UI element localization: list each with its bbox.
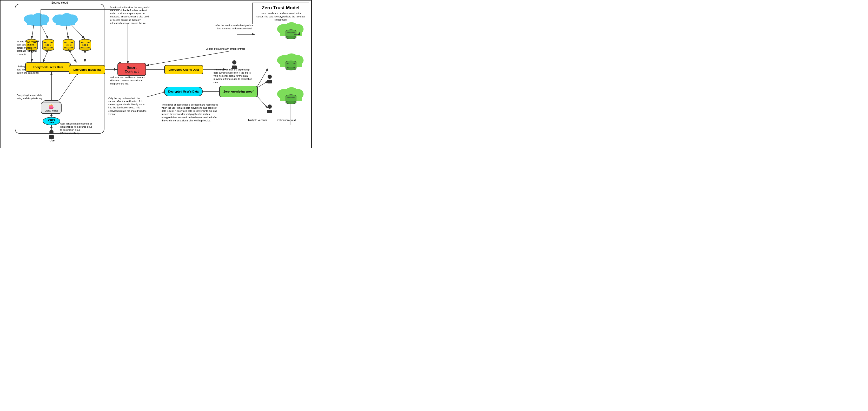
decrypted-users-data: Decrypted User's Data: [164, 87, 203, 96]
annotation-shards: The shards of user's data is accessed an…: [162, 103, 219, 122]
annotation-user-initiate: User initiate data movement or data shar…: [60, 122, 94, 135]
svg-point-51: [280, 92, 302, 102]
user-label: User: [47, 139, 58, 142]
svg-point-53: [286, 95, 296, 98]
svg-rect-54: [286, 96, 296, 102]
svg-point-90: [268, 105, 272, 109]
svg-rect-43: [280, 62, 302, 67]
person-vendor-mid: [267, 75, 272, 84]
svg-rect-34: [280, 31, 302, 36]
svg-rect-91: [267, 110, 272, 113]
source-cloud-label: Source cloud: [50, 1, 69, 4]
svg-rect-52: [280, 96, 302, 101]
encrypted-users-data-right: Encrypted User's Data: [164, 65, 203, 75]
dest-cloud-mid-bot: [277, 87, 304, 104]
annotation-after-vendor-signal: After the vendor sends the signal the da…: [214, 24, 255, 30]
svg-rect-45: [286, 62, 296, 69]
users-data: User's Data: [42, 117, 60, 125]
svg-line-84: [147, 91, 167, 97]
smart-contract: Smart Contract: [118, 63, 146, 76]
annotation-verifier-interacting: Verifier interacting with smart contract: [206, 47, 245, 51]
destination-cloud-label: Destination cloud: [276, 119, 296, 122]
zero-trust-desc: User's raw data is nowhere stored in the…: [256, 12, 305, 22]
person-vendor-bot: [267, 105, 272, 113]
svg-point-88: [268, 75, 272, 79]
svg-point-32: [291, 24, 304, 34]
svg-rect-36: [286, 31, 296, 37]
svg-point-38: [286, 30, 296, 33]
encrypted-metadata: Encrypted metadata: [69, 65, 105, 75]
dest-cloud-top: [277, 22, 304, 39]
svg-point-39: [277, 55, 293, 65]
digital-wallet: 👛 Digital wallet: [41, 102, 62, 114]
svg-point-46: [286, 67, 296, 70]
zero-trust-title: Zero Trust Model: [256, 5, 305, 11]
svg-point-41: [291, 55, 304, 65]
svg-point-86: [232, 60, 237, 64]
annotation-storing: Storing the encrypted user data chunks a…: [17, 40, 40, 56]
annotation-both-user-verifier: Both user and verifier can interact with…: [110, 76, 146, 85]
annotation-encrypting: Encrypting the user data using wallet's …: [17, 94, 42, 100]
person-vendor-top: [231, 60, 238, 69]
zero-knowledge-proof: Zero-knowledge proof: [219, 86, 258, 97]
svg-point-40: [285, 54, 298, 63]
svg-point-33: [280, 28, 302, 37]
svg-point-50: [291, 89, 304, 99]
multiple-vendors-label: Multiple vendors: [248, 119, 267, 122]
zero-trust-box: Zero Trust Model User's raw data is nowh…: [252, 3, 309, 24]
svg-rect-93: [49, 135, 54, 139]
svg-point-48: [277, 89, 293, 99]
svg-point-30: [277, 24, 293, 34]
svg-line-75: [146, 51, 229, 65]
encrypted-users-data-left: Encrypted User's Data: [25, 62, 71, 72]
main-diagram: Zero Trust Model User's raw data is nowh…: [0, 0, 312, 148]
svg-point-55: [286, 101, 296, 104]
dest-cloud-mid-top: [277, 54, 304, 70]
svg-point-56: [286, 95, 296, 98]
svg-point-37: [286, 36, 296, 39]
svg-point-47: [286, 61, 296, 64]
svg-rect-89: [267, 80, 272, 84]
svg-point-35: [286, 30, 296, 33]
svg-point-44: [286, 61, 296, 64]
annotation-only-zkp: Only the zkp is shared with the vendor. …: [108, 97, 147, 116]
svg-point-49: [285, 87, 298, 97]
svg-point-42: [280, 59, 302, 68]
annotation-vendor-verifies: The vendor verifies the zkp through data…: [214, 68, 255, 84]
annotation-smart-contract-top: Smart contract to store the encryptedd m…: [110, 6, 151, 25]
